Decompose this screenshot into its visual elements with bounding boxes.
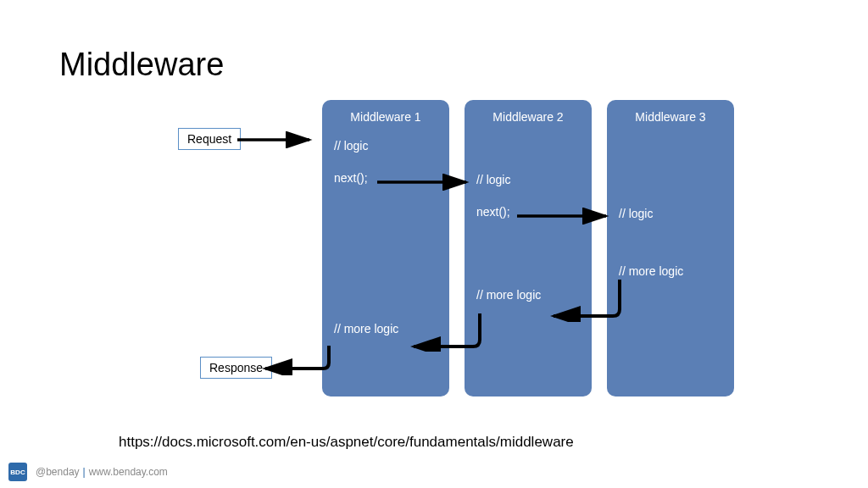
middleware-title: Middleware 3: [619, 110, 722, 124]
middleware-more-logic: // more logic: [476, 288, 541, 302]
footer: BDC @benday | www.benday.com: [8, 463, 168, 481]
footer-site: www.benday.com: [89, 466, 168, 478]
middleware-box-1: Middleware 1 // logic next(); // more lo…: [322, 100, 449, 396]
middleware-box-3: Middleware 3 // logic // more logic: [607, 100, 734, 396]
middleware-logic: // logic: [619, 207, 722, 220]
middleware-title: Middleware 1: [334, 110, 437, 124]
arrow-mw3-back-mw2: [545, 275, 626, 322]
middleware-title: Middleware 2: [476, 110, 580, 124]
arrow-mw2-to-mw3: [513, 208, 615, 225]
reference-url: https://docs.microsoft.com/en-us/aspnet/…: [119, 434, 574, 451]
footer-handle: @benday: [36, 466, 80, 478]
arrow-response-out: [257, 341, 333, 375]
arrow-request-in: [233, 131, 318, 148]
middleware-diagram: Request Response Middleware 1 // logic n…: [0, 0, 868, 488]
bdc-logo: BDC: [8, 463, 27, 481]
middleware-more-logic: // more logic: [334, 322, 398, 336]
middleware-more-logic: // more logic: [619, 264, 722, 278]
middleware-box-2: Middleware 2 // logic next(); // more lo…: [465, 100, 592, 396]
middleware-logic: // logic: [476, 173, 580, 186]
middleware-logic: // logic: [334, 139, 437, 152]
arrow-mw1-to-mw2: [373, 174, 475, 191]
request-label: Request: [178, 128, 241, 150]
footer-separator: |: [83, 466, 86, 478]
arrow-mw2-back-mw1: [405, 309, 486, 352]
